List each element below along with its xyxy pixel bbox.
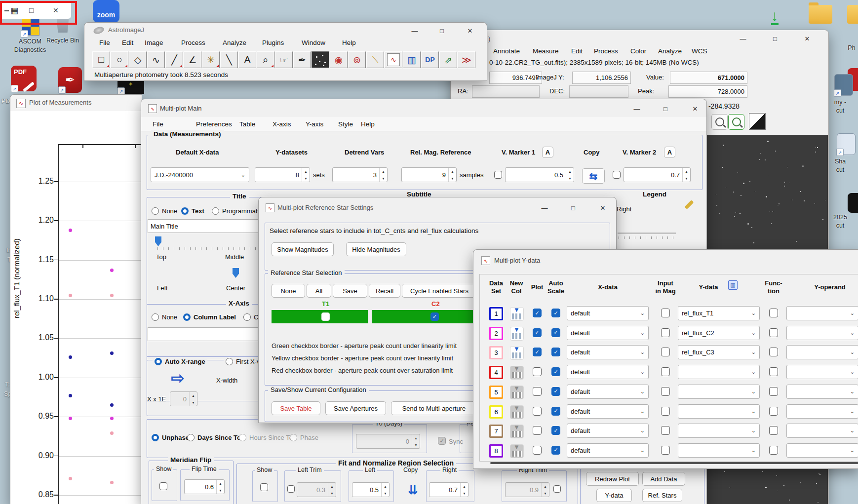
function-checkbox-row7[interactable] — [769, 426, 778, 435]
function-checkbox-row6[interactable] — [769, 407, 778, 416]
input-in-mag-checkbox-row8[interactable] — [661, 446, 670, 455]
star-t1-checkbox[interactable] — [321, 312, 330, 321]
flip-time-stepper[interactable]: 0.6▲▼ — [184, 479, 225, 494]
autoscale-checkbox-row6[interactable]: ✓ — [551, 407, 560, 416]
hours-since-tc-radio[interactable]: Hours Since Tc — [239, 434, 292, 441]
right-trim-stepper[interactable]: 0.9▲▼ — [505, 482, 549, 497]
line-tool[interactable]: ╱ — [165, 51, 183, 68]
input-in-mag-checkbox-row4[interactable] — [661, 367, 670, 376]
maximize-icon[interactable]: □ — [29, 6, 34, 14]
ref-cycle-enabled-stars-button[interactable]: Cycle Enabled Stars — [402, 284, 477, 298]
plot-checkbox-row8[interactable] — [533, 446, 542, 455]
magnifier-tool[interactable]: ⌕ — [257, 51, 274, 68]
measurement-table-tool[interactable]: ▥ — [403, 51, 421, 68]
xdata-select-row2[interactable]: default⌄ — [567, 326, 649, 340]
plot-checkbox-row5[interactable] — [533, 387, 542, 396]
new-column-icon[interactable]: ▼ — [510, 405, 524, 419]
hide-magnitudes-button[interactable]: Hide Magnitudes — [346, 242, 406, 256]
vmarker1-auto-button[interactable]: A — [542, 147, 553, 158]
menu-item-file[interactable]: File — [153, 120, 163, 128]
yoperand-select-row2[interactable]: ⌄ — [786, 326, 858, 340]
measurements-window-titlebar[interactable]: ▦ □ ✕ — [2, 3, 71, 19]
input-in-mag-checkbox-row5[interactable] — [661, 387, 670, 396]
title-text-radio[interactable]: Text — [181, 207, 204, 215]
default-xdata-select[interactable]: J.D.-2400000⌄ — [151, 167, 249, 182]
plot-checkbox-row1[interactable]: ✓ — [533, 309, 542, 317]
ref-save-button[interactable]: Save — [333, 284, 367, 298]
aperture-display-button[interactable] — [312, 51, 329, 68]
fit-left-stepper[interactable]: 0.5▲▼ — [352, 482, 390, 497]
input-in-mag-checkbox-row1[interactable] — [661, 309, 670, 317]
function-checkbox-row2[interactable] — [769, 328, 778, 337]
ydatasets-stepper[interactable]: 8▲▼ — [255, 167, 310, 182]
maximize-icon[interactable]: □ — [766, 32, 784, 45]
ydata-help-icon[interactable]: ▥ — [728, 280, 738, 290]
oval-tool[interactable]: ○ — [111, 51, 128, 68]
copy-markers-button[interactable]: ⇆ — [582, 168, 605, 184]
peak-field[interactable]: 728.0000 — [668, 85, 747, 98]
point-tool[interactable]: ✳ — [202, 51, 220, 68]
clear-overlay-tool[interactable]: ⟍ — [366, 51, 384, 68]
new-column-icon[interactable]: ▼ — [510, 444, 524, 458]
plot-checkbox-row3[interactable]: ✓ — [533, 348, 542, 356]
main-title-input[interactable]: Main Title — [148, 219, 262, 233]
ydata-select-row6[interactable]: ⌄ — [678, 404, 760, 419]
ref-all-button[interactable]: All — [307, 284, 331, 298]
autoscale-checkbox-row5[interactable]: ✓ — [551, 387, 560, 396]
angle-tool[interactable]: ∠ — [184, 51, 201, 68]
xdata-select-row6[interactable]: default⌄ — [567, 404, 649, 419]
yoperand-select-row4[interactable]: ⌄ — [786, 365, 858, 379]
new-column-icon[interactable]: ▼ — [510, 327, 524, 341]
freehand-tool[interactable]: ∿ — [147, 51, 165, 68]
astroimagej-titlebar[interactable]: AstroImageJ — [84, 23, 487, 38]
redraw-plot-button[interactable]: Redraw Plot — [586, 472, 639, 486]
xrange-arrow-icon[interactable]: ⇨ — [166, 370, 190, 387]
fit-show-checkbox[interactable] — [260, 483, 268, 491]
input-in-mag-checkbox-row6[interactable] — [661, 407, 670, 416]
menu-item-preferences[interactable]: Preferences — [196, 120, 232, 128]
dataset-number-box[interactable]: 8 — [489, 444, 503, 458]
star-c2-checkbox[interactable]: ✓ — [430, 312, 439, 321]
yoperand-select-row7[interactable]: ⌄ — [786, 424, 858, 438]
menu-item-help[interactable]: Help — [342, 39, 356, 46]
relmag-samples-stepper[interactable]: 9▲▼ — [401, 167, 457, 182]
close-icon[interactable]: ✕ — [461, 24, 479, 37]
left-trim-checkbox[interactable] — [287, 485, 295, 493]
new-column-icon[interactable]: ▼ — [510, 425, 524, 438]
close-icon[interactable]: ✕ — [798, 32, 817, 45]
star-c2-bar[interactable] — [372, 310, 475, 323]
menu-item-analyze[interactable]: Analyze — [658, 47, 682, 55]
yoperand-select-row8[interactable]: ⌄ — [786, 443, 858, 458]
plot-window-titlebar[interactable]: ∿ Plot of Measurements — [10, 95, 142, 111]
flatten-tool[interactable]: ✒ — [293, 51, 311, 68]
dark-icon-fragment[interactable]: ✶ ↗ — [117, 79, 144, 94]
wrench-icon[interactable] — [684, 200, 694, 209]
menu-item-x-axis[interactable]: X-axis — [273, 120, 291, 128]
menu-item-annotate[interactable]: Annotate — [493, 47, 520, 55]
input-in-mag-checkbox-row2[interactable] — [661, 328, 670, 337]
x-exponent-stepper[interactable]: 0▲▼ — [170, 391, 197, 406]
legend-slider-track[interactable] — [618, 233, 676, 234]
multiplot-main-titlebar[interactable]: ∿ Multi-plot Main — [141, 99, 706, 117]
dec-field[interactable] — [569, 85, 628, 98]
copy-region-icon[interactable]: ⇊ — [403, 482, 423, 498]
vmarker1-checkbox[interactable] — [494, 171, 502, 179]
measurement-plot[interactable]: 1.251.201.151.101.051.000.950.900.85rel_… — [10, 111, 142, 504]
send-to-multi-aperture-button[interactable]: Send to Multi-aperture — [391, 401, 477, 415]
ra-field[interactable] — [472, 85, 540, 98]
hand-tool[interactable]: ☞ — [275, 51, 293, 68]
right-trim-checkbox[interactable] — [553, 485, 561, 493]
vmarker2-auto-button[interactable]: A — [664, 147, 675, 158]
menu-item-process[interactable]: Process — [594, 47, 618, 55]
function-checkbox-row3[interactable] — [769, 348, 778, 356]
function-checkbox-row5[interactable] — [769, 387, 778, 396]
shortcut-icon[interactable]: ↗ — [834, 74, 853, 96]
polygon-tool[interactable]: ◇ — [129, 51, 147, 68]
maximize-icon[interactable]: □ — [564, 201, 583, 214]
function-checkbox-row1[interactable] — [769, 309, 778, 317]
wand-tool[interactable]: ╲ — [220, 51, 238, 68]
menu-item-style[interactable]: Style — [338, 120, 353, 128]
xdata-select-row1[interactable]: default⌄ — [567, 306, 649, 320]
xaxis-column-label-radio[interactable]: Column Label — [183, 313, 236, 321]
menu-item-process[interactable]: Process — [181, 39, 205, 46]
